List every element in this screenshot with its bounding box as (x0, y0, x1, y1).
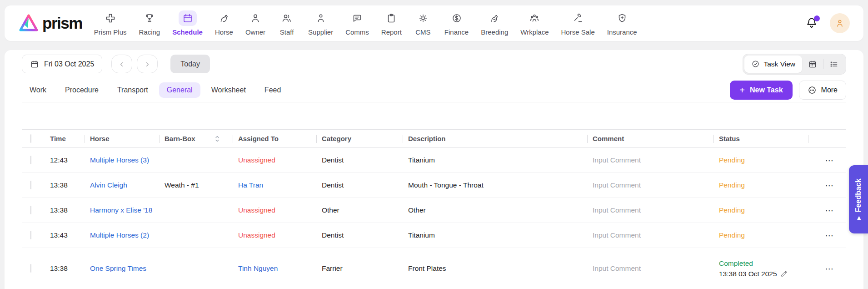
row-actions-button[interactable]: ⋯ (808, 230, 846, 241)
task-table: Time Horse Barn-Box Assigned To Category… (22, 129, 846, 289)
more-button[interactable]: More (799, 81, 846, 100)
nav-item-cms[interactable]: CMS (414, 10, 432, 36)
current-date-label: Fri 03 Oct 2025 (44, 60, 94, 68)
row-checkbox[interactable] (30, 206, 31, 214)
comment-input[interactable]: Input Comment (593, 206, 641, 214)
prism-logo-icon (18, 14, 39, 33)
category-tabs-row: Work Procedure Transport General Workshe… (22, 78, 846, 102)
nav-item-supplier[interactable]: Supplier (308, 10, 333, 36)
prism-plus-icon (101, 10, 120, 26)
checkbox-cell (22, 206, 45, 214)
cell-description: Titanium (403, 231, 587, 239)
status-badge[interactable]: Pending (719, 206, 745, 214)
nav-item-prism-plus[interactable]: Prism Plus (94, 10, 127, 36)
notification-badge (814, 15, 820, 21)
col-barn-box: Barn-Box (159, 135, 233, 142)
nav-item-report[interactable]: Report (381, 10, 402, 36)
comment-input[interactable]: Input Comment (593, 231, 641, 239)
nav-item-staff[interactable]: Staff (278, 10, 296, 36)
main-nav: Prism Plus Racing Schedule Horse Owner S… (94, 10, 637, 36)
table-body: 12:43 Multiple Horses (3) Unassigned Den… (22, 148, 846, 289)
cell-category: Dentist (316, 181, 403, 189)
sort-icon[interactable] (215, 135, 220, 142)
assigned-to-link[interactable]: Unassigned (238, 206, 275, 214)
row-actions-button[interactable]: ⋯ (808, 205, 846, 216)
checkbox-cell (22, 156, 45, 164)
row-checkbox[interactable] (30, 264, 31, 273)
nav-item-finance[interactable]: Finance (444, 10, 469, 36)
breeding-horse-icon (485, 10, 504, 26)
today-button[interactable]: Today (170, 55, 210, 73)
nav-item-schedule[interactable]: Schedule (172, 10, 203, 36)
row-actions-button[interactable]: ⋯ (808, 155, 846, 166)
nav-item-comms[interactable]: Comms (345, 10, 369, 36)
row-checkbox[interactable] (30, 181, 31, 189)
navbar-right (805, 13, 850, 33)
list-view-segment[interactable] (823, 56, 844, 73)
comment-input[interactable]: Input Comment (593, 264, 641, 272)
calendar-view-segment[interactable] (802, 56, 823, 73)
edit-pencil-icon[interactable] (780, 270, 788, 278)
task-view-segment[interactable]: Task View (744, 56, 803, 73)
assigned-to-link[interactable]: Unassigned (238, 231, 275, 239)
tab-work[interactable]: Work (22, 82, 54, 98)
prev-day-button[interactable] (111, 55, 132, 73)
date-calendar-icon (30, 60, 39, 69)
status-badge[interactable]: Completed (719, 259, 808, 268)
tab-procedure[interactable]: Procedure (57, 82, 106, 98)
nav-label: CMS (415, 28, 430, 36)
nav-item-wrkplace[interactable]: Wrkplace (520, 10, 549, 36)
plus-icon: + (739, 86, 745, 95)
assigned-to-link[interactable]: Unassigned (238, 156, 275, 164)
tab-transport[interactable]: Transport (110, 82, 156, 98)
col-category: Category (316, 135, 403, 142)
table-row: 13:38 Alvin Cleigh Weath - #1 Ha Tran De… (22, 173, 846, 198)
assigned-to-link[interactable]: Ha Tran (238, 181, 263, 189)
user-avatar[interactable] (830, 13, 850, 33)
list-view-icon (829, 60, 838, 69)
col-barn-box-label: Barn-Box (165, 135, 195, 142)
row-checkbox[interactable] (30, 231, 31, 239)
cell-description: Other (403, 206, 587, 214)
status-badge[interactable]: Pending (719, 181, 745, 189)
date-toolbar: Fri 03 Oct 2025 Today Task View (22, 50, 846, 78)
nav-item-insurance[interactable]: Insurance (607, 10, 637, 36)
tab-general[interactable]: General (159, 82, 200, 98)
nav-item-owner[interactable]: Owner (245, 10, 265, 36)
nav-label: Comms (345, 28, 369, 36)
checkbox-cell (22, 181, 45, 189)
horse-link[interactable]: Alvin Cleigh (90, 181, 127, 189)
row-checkbox[interactable] (30, 156, 31, 164)
nav-label: Wrkplace (520, 28, 549, 36)
horse-link[interactable]: One Spring Times (90, 264, 146, 272)
next-day-button[interactable] (137, 55, 158, 73)
feedback-label: Feedback (854, 178, 863, 212)
select-all-checkbox[interactable] (30, 134, 31, 143)
tab-worksheet[interactable]: Worksheet (204, 82, 254, 98)
nav-item-horse[interactable]: Horse (215, 10, 233, 36)
cell-time: 13:38 (45, 206, 85, 214)
brand-logo[interactable]: prism (18, 14, 82, 33)
row-actions-button[interactable]: ⋯ (808, 180, 846, 191)
shield-plus-icon (613, 10, 631, 26)
status-badge[interactable]: Pending (719, 231, 745, 239)
top-navbar: prism Prism Plus Racing Schedule Horse O… (5, 5, 863, 41)
assigned-to-link[interactable]: Tinh Nguyen (238, 264, 278, 272)
comment-input[interactable]: Input Comment (593, 156, 641, 164)
comment-input[interactable]: Input Comment (593, 181, 641, 189)
new-task-button[interactable]: + New Task (730, 81, 792, 100)
date-picker-button[interactable]: Fri 03 Oct 2025 (22, 55, 102, 73)
horse-link[interactable]: Harmony x Elise '18 (90, 206, 152, 214)
notifications-button[interactable] (805, 16, 819, 30)
table-row: 13:43 Multiple Horses (2) Unassigned Den… (22, 223, 846, 248)
horse-link[interactable]: Multiple Horses (3) (90, 156, 149, 164)
feedback-tab[interactable]: ▶ Feedback (849, 165, 868, 233)
view-switcher: Task View (743, 54, 847, 75)
nav-item-breeding[interactable]: Breeding (481, 10, 508, 36)
tab-feed[interactable]: Feed (257, 82, 289, 98)
status-badge[interactable]: Pending (719, 156, 745, 164)
horse-link[interactable]: Multiple Horses (2) (90, 231, 149, 239)
nav-item-horse-sale[interactable]: Horse Sale (561, 10, 595, 36)
row-actions-button[interactable]: ⋯ (808, 264, 846, 274)
nav-item-racing[interactable]: Racing (139, 10, 160, 36)
